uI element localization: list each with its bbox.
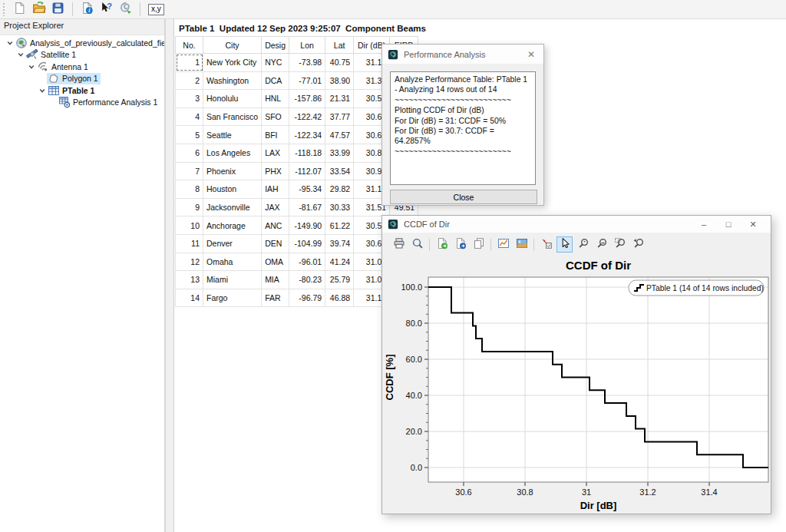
table-cell[interactable]: Seattle: [203, 126, 262, 144]
table-cell[interactable]: 25.79: [325, 271, 354, 289]
table-cell[interactable]: 14: [176, 289, 203, 307]
column-header-no[interactable]: No.: [176, 37, 203, 54]
table-cell[interactable]: BFI: [262, 126, 289, 144]
table-cell[interactable]: 11: [176, 234, 203, 253]
table-cell[interactable]: -77.01: [289, 71, 325, 90]
table-cell[interactable]: -73.98: [289, 54, 325, 72]
table-cell[interactable]: 21.31: [325, 90, 354, 108]
open-folder-button[interactable]: [31, 2, 47, 18]
table-cell[interactable]: IAH: [262, 180, 289, 199]
table-cell[interactable]: -112.07: [289, 162, 325, 180]
dialog-close-icon[interactable]: ✕: [524, 49, 538, 60]
minimize-button[interactable]: –: [692, 216, 716, 232]
table-cell[interactable]: 46.88: [325, 289, 354, 307]
table-cell[interactable]: NYC: [262, 54, 289, 72]
tree-item-performance-analysis-1[interactable]: Performance Analysis 1: [0, 97, 164, 109]
export-blue-button[interactable]: [452, 236, 468, 253]
table-cell[interactable]: 8: [176, 180, 203, 199]
table-cell[interactable]: HNL: [262, 90, 289, 108]
column-header-desig[interactable]: Desig: [262, 37, 289, 54]
analysis-log[interactable]: Analyze Performance Table: PTable 1 - An…: [390, 71, 536, 185]
chart-frame-button[interactable]: [495, 236, 511, 253]
table-cell[interactable]: 3: [176, 90, 203, 108]
table-cell[interactable]: -118.18: [289, 144, 325, 162]
toolbar-grip[interactable]: [2, 3, 6, 16]
table-cell[interactable]: Jacksonville: [203, 198, 262, 216]
table-cell[interactable]: 12: [176, 253, 203, 271]
xy-plot-button[interactable]: x,y: [148, 4, 164, 15]
panel-splitter[interactable]: [165, 19, 174, 532]
spiral-export-button[interactable]: [117, 2, 134, 18]
new-file-button[interactable]: [12, 2, 28, 18]
table-cell[interactable]: San Francisco: [203, 107, 262, 126]
table-cell[interactable]: DCA: [262, 71, 289, 90]
table-cell[interactable]: 7: [176, 162, 203, 180]
table-cell[interactable]: Fargo: [203, 289, 262, 307]
save-button[interactable]: [50, 2, 66, 18]
table-cell[interactable]: Los Angeles: [203, 144, 262, 162]
table-cell[interactable]: -96.01: [289, 253, 325, 271]
table-cell[interactable]: 9: [176, 198, 203, 216]
zoom-line-button[interactable]: [593, 236, 609, 253]
table-cell[interactable]: Denver: [203, 234, 262, 253]
table-cell[interactable]: 2: [176, 71, 203, 90]
table-cell[interactable]: 33.99: [325, 144, 354, 162]
zoom-box-button[interactable]: [612, 236, 628, 253]
tree-item-polygon-1[interactable]: Polygon 1: [0, 73, 164, 85]
table-cell[interactable]: -80.23: [289, 271, 325, 289]
chart-legend[interactable]: PTable 1 (14 of 14 rows included): [629, 280, 764, 296]
table-cell[interactable]: -81.67: [289, 198, 325, 216]
table-cell[interactable]: 4: [176, 107, 203, 126]
zoom-back-button[interactable]: [630, 236, 646, 253]
chevron-down-icon[interactable]: [26, 62, 36, 71]
printer-button[interactable]: [391, 236, 407, 253]
tree-item-antenna-1[interactable]: Antenna 1: [0, 61, 164, 73]
table-cell[interactable]: 30.33: [325, 198, 354, 216]
table-cell[interactable]: 61.22: [325, 216, 354, 235]
table-cell[interactable]: OMA: [262, 253, 289, 271]
pointer-button[interactable]: [556, 236, 573, 253]
table-cell[interactable]: Miami: [203, 271, 262, 289]
table-cell[interactable]: -157.86: [289, 90, 325, 108]
table-cell[interactable]: ANC: [262, 216, 289, 235]
table-cell[interactable]: -104.99: [289, 234, 325, 253]
column-header-lon[interactable]: Lon: [289, 37, 325, 54]
zoom-cursor-button[interactable]: [575, 236, 591, 253]
table-cell[interactable]: -96.79: [289, 289, 325, 307]
table-cell[interactable]: Phoenix: [203, 162, 262, 180]
table-cell[interactable]: -122.34: [289, 126, 325, 144]
table-cell[interactable]: 37.77: [325, 107, 354, 126]
table-cell[interactable]: -95.34: [289, 180, 325, 199]
image-file-button[interactable]: [514, 236, 530, 253]
table-cell[interactable]: PHX: [262, 162, 289, 180]
table-cell[interactable]: Anchorage: [203, 216, 262, 235]
column-header-city[interactable]: City: [203, 37, 262, 54]
table-cell[interactable]: 6: [176, 144, 203, 162]
chevron-down-icon[interactable]: [15, 50, 25, 59]
table-cell[interactable]: 38.90: [325, 71, 354, 90]
table-cell[interactable]: 40.75: [325, 54, 354, 72]
table-cell[interactable]: -149.90: [289, 216, 325, 235]
table-cell[interactable]: Houston: [203, 180, 262, 199]
chevron-down-icon[interactable]: [37, 86, 47, 95]
file-info-button[interactable]: i: [79, 2, 95, 18]
dialog-titlebar[interactable]: Performance Analysis ✕: [382, 45, 543, 64]
table-cell[interactable]: 41.24: [325, 253, 354, 271]
table-cell[interactable]: 29.82: [325, 180, 354, 199]
table-cell[interactable]: 5: [176, 126, 203, 144]
table-cell[interactable]: 13: [176, 271, 203, 289]
table-cell[interactable]: Washington: [203, 71, 262, 90]
table-cell[interactable]: Omaha: [203, 253, 262, 271]
table-cell[interactable]: JAX: [262, 198, 289, 216]
table-cell[interactable]: DEN: [262, 234, 289, 253]
tree-item-ptable-1[interactable]: PTable 1: [0, 84, 164, 97]
tree-item-satellite-1[interactable]: Satellite 1: [0, 49, 164, 61]
print-preview-button[interactable]: [409, 236, 425, 253]
table-cell[interactable]: 47.57: [325, 126, 354, 144]
table-cell[interactable]: LAX: [262, 144, 289, 162]
table-cell[interactable]: MIA: [262, 271, 289, 289]
dialog-close-button[interactable]: Close: [390, 190, 537, 204]
close-button[interactable]: ✕: [741, 216, 765, 232]
ccdf-titlebar[interactable]: CCDF of Dir –□✕: [382, 216, 771, 233]
maximize-button[interactable]: □: [716, 216, 741, 232]
